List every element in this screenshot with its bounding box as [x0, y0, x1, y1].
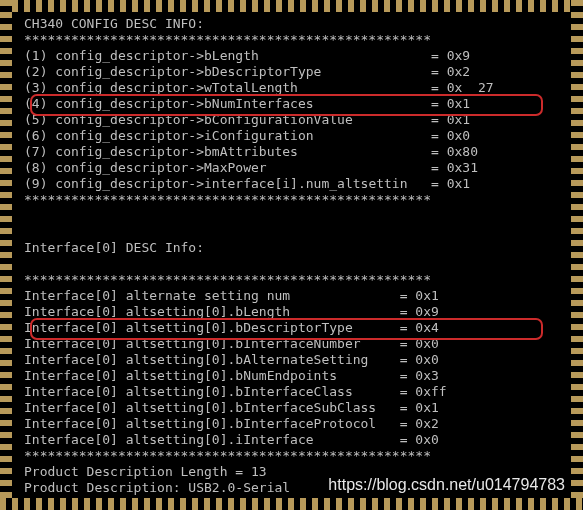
iface-key: Interface[0] altsetting[0].bDescriptorTy…	[24, 320, 400, 336]
cfg-val: = 0x9	[431, 48, 470, 64]
cfg-val: = 0x1	[431, 112, 470, 128]
cfg-idx: (9)	[24, 176, 55, 192]
cfg-key: config_descriptor->bmAttributes	[55, 144, 431, 160]
iface-key: Interface[0] altsetting[0].iInterface	[24, 432, 400, 448]
cfg-val: = 0x2	[431, 64, 470, 80]
iface-key: Interface[0] altsetting[0].bInterfaceSub…	[24, 400, 400, 416]
iface-key: Interface[0] alternate setting num	[24, 288, 400, 304]
cfg-key: config_descriptor->wTotalLength	[55, 80, 431, 96]
cfg-val: = 0x0	[431, 128, 470, 144]
iface-key: Interface[0] altsetting[0].bInterfacePro…	[24, 416, 400, 432]
iface-val: = 0x1	[400, 288, 439, 304]
cfg-val: = 0x 27	[431, 80, 494, 96]
cfg-key: config_descriptor->bDescriptorType	[55, 64, 431, 80]
divider-stars: ****************************************…	[24, 272, 431, 288]
iface-val: = 0x0	[400, 352, 439, 368]
cfg-val: = 0x80	[431, 144, 478, 160]
cfg-val: = 0x31	[431, 160, 478, 176]
cfg-key: config_descriptor->bConfigurationValue	[55, 112, 431, 128]
header-title: CH340 CONFIG DESC INFO:	[24, 16, 204, 32]
product-length: Product Description Length = 13	[24, 464, 267, 480]
cfg-key: config_descriptor->bLength	[55, 48, 431, 64]
cfg-idx: (7)	[24, 144, 55, 160]
chip-border-left	[0, 0, 12, 510]
iface-key: Interface[0] altsetting[0].bLength	[24, 304, 400, 320]
iface-title: Interface[0] DESC Info:	[24, 240, 204, 256]
product-desc: Product Description: USB2.0-Serial	[24, 480, 290, 496]
terminal-content: CH340 CONFIG DESC INFO:*****************…	[12, 12, 571, 498]
iface-key: Interface[0] altsetting[0].bNumEndpoints	[24, 368, 400, 384]
cfg-val: = 0x1	[431, 176, 470, 192]
divider-stars: ****************************************…	[24, 32, 431, 48]
divider-stars: ****************************************…	[24, 192, 431, 208]
cfg-key: config_descriptor->iConfiguration	[55, 128, 431, 144]
cfg-val: = 0x1	[431, 96, 470, 112]
iface-val: = 0x1	[400, 400, 439, 416]
cfg-idx: (4)	[24, 96, 55, 112]
cfg-idx: (3)	[24, 80, 55, 96]
iface-val: = 0x0	[400, 336, 439, 352]
iface-key: Interface[0] altsetting[0].bInterfaceNum…	[24, 336, 400, 352]
iface-key: Interface[0] altsetting[0].bInterfaceCla…	[24, 384, 400, 400]
iface-val: = 0xff	[400, 384, 447, 400]
cfg-idx: (5)	[24, 112, 55, 128]
terminal-window: CH340 CONFIG DESC INFO:*****************…	[0, 0, 583, 510]
iface-val: = 0x9	[400, 304, 439, 320]
iface-key: Interface[0] altsetting[0].bAlternateSet…	[24, 352, 400, 368]
cfg-key: config_descriptor->MaxPower	[55, 160, 431, 176]
chip-border-right	[571, 0, 583, 510]
iface-val: = 0x4	[400, 320, 439, 336]
cfg-key: config_descriptor->interface[i].num_alts…	[55, 176, 431, 192]
iface-val: = 0x0	[400, 432, 439, 448]
cfg-idx: (1)	[24, 48, 55, 64]
cfg-idx: (8)	[24, 160, 55, 176]
divider-stars: ****************************************…	[24, 448, 431, 464]
iface-val: = 0x2	[400, 416, 439, 432]
watermark-url: https://blog.csdn.net/u014794783	[328, 476, 565, 494]
cfg-idx: (2)	[24, 64, 55, 80]
cfg-idx: (6)	[24, 128, 55, 144]
iface-val: = 0x3	[400, 368, 439, 384]
cfg-key: config_descriptor->bNumInterfaces	[55, 96, 431, 112]
